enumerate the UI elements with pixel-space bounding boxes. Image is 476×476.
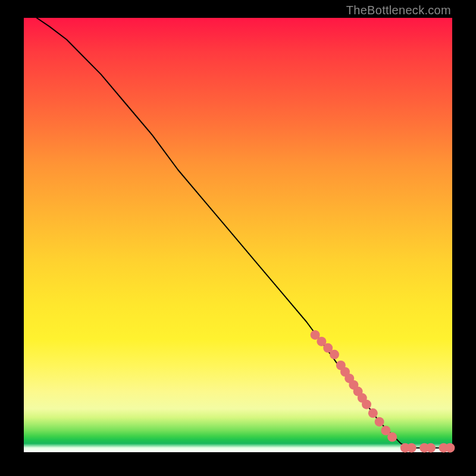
data-marker — [330, 350, 339, 359]
bottleneck-curve — [37, 18, 448, 448]
data-marker — [445, 443, 455, 453]
attribution-text: TheBottleneck.com — [346, 4, 451, 17]
data-marker — [407, 443, 416, 453]
data-marker — [426, 443, 436, 453]
plot-area — [24, 18, 452, 452]
data-marker — [387, 433, 397, 442]
data-marker — [362, 400, 371, 409]
chart-svg — [24, 18, 452, 452]
chart-container: TheBottleneck.com — [0, 0, 476, 476]
marker-group — [311, 330, 455, 453]
data-marker — [368, 408, 378, 418]
data-marker — [375, 417, 384, 427]
